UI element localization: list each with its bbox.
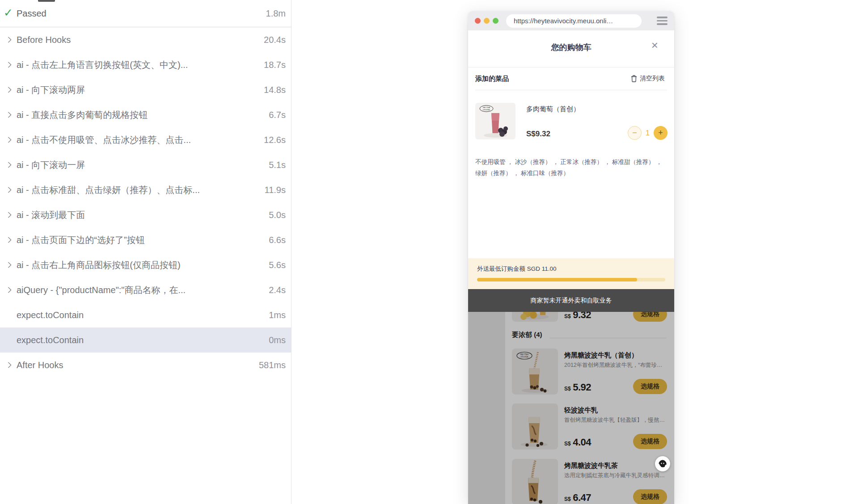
test-status-row[interactable]: ✓ Passed 1.8m bbox=[0, 0, 291, 27]
step-time: 1ms bbox=[269, 310, 286, 320]
step-label: aiQuery - {"productName":"商品名称，在... bbox=[17, 284, 186, 296]
step-label: ai - 点击页面下边的“选好了”按钮 bbox=[17, 234, 145, 246]
step-row-expect[interactable]: expect.toContain 1ms bbox=[0, 302, 291, 328]
step-time: 0ms bbox=[269, 335, 286, 345]
chevron-right-icon bbox=[5, 87, 12, 93]
cart-item-options: 不使用吸管 ， 冰沙（推荐） ， 正常冰（推荐） ， 标准甜（推荐） ， 绿妍（… bbox=[468, 148, 674, 179]
chevron-right-icon bbox=[5, 37, 12, 43]
step-time: 2.4s bbox=[269, 285, 286, 295]
step-row[interactable]: ai - 点击左上角语言切换按钮(英文、中文)... 18.7s bbox=[0, 52, 291, 77]
chevron-right-icon bbox=[5, 112, 12, 118]
chevron-right-icon bbox=[5, 137, 12, 143]
step-label: ai - 点击右上角商品图标按钮(仅商品按钮) bbox=[17, 259, 181, 271]
url-text: https://heyteavivocity.meuu.onli… bbox=[514, 17, 613, 25]
browser-chrome-bar: https://heyteavivocity.meuu.onli… bbox=[468, 11, 674, 30]
background-menu-page: S$ 9.32 选规格 要浓郁 (4) bbox=[468, 312, 674, 504]
svg-text:HEYTEA: HEYTEA bbox=[483, 106, 490, 109]
step-time: 5.0s bbox=[269, 210, 286, 220]
traffic-light-maximize-icon[interactable] bbox=[493, 18, 499, 24]
step-time: 18.7s bbox=[264, 60, 286, 70]
close-icon[interactable]: × bbox=[651, 39, 658, 51]
cart-title: 您的购物车 bbox=[551, 42, 592, 53]
dim-overlay bbox=[468, 312, 674, 504]
notice-text: 商家暂未开通外卖和自取业务 bbox=[531, 297, 612, 305]
cart-item-price: S$9.32 bbox=[526, 130, 550, 139]
step-row[interactable]: ai - 直接点击多肉葡萄的规格按钮 6.7s bbox=[0, 102, 291, 127]
step-label: ai - 点击标准甜、点击绿妍（推荐）、点击标... bbox=[17, 184, 200, 196]
step-time: 12.6s bbox=[264, 135, 286, 145]
cart-item-row: HEYTEA ORIGINAL 多肉葡萄（首创） S$9.32 − 1 + bbox=[468, 90, 674, 148]
quantity-stepper: − 1 + bbox=[628, 126, 668, 140]
merchant-notice-banner: 商家暂未开通外卖和自取业务 bbox=[468, 289, 674, 312]
clear-list-button[interactable]: 清空列表 bbox=[631, 75, 665, 83]
step-label: ai - 向下滚动一屏 bbox=[17, 159, 85, 171]
step-time: 5.1s bbox=[269, 160, 286, 170]
plus-button[interactable]: + bbox=[654, 126, 668, 140]
traffic-light-minimize-icon[interactable] bbox=[484, 18, 490, 24]
cart-section-row: 添加的菜品 清空列表 bbox=[468, 67, 674, 90]
trash-icon bbox=[631, 75, 637, 82]
product-image-grape: HEYTEA ORIGINAL bbox=[475, 103, 515, 139]
test-status-time: 1.8m bbox=[266, 8, 286, 19]
step-row[interactable]: ai - 滚动到最下面 5.0s bbox=[0, 202, 291, 227]
min-order-section: 外送最低订购金额 SGD 11.00 bbox=[468, 258, 674, 289]
added-items-title: 添加的菜品 bbox=[475, 75, 509, 83]
step-time: 11.9s bbox=[265, 185, 286, 195]
step-row[interactable]: ai - 向下滚动两屏 14.8s bbox=[0, 77, 291, 102]
step-time: 14.8s bbox=[264, 85, 286, 95]
test-status-label: Passed bbox=[17, 8, 46, 19]
step-label: ai - 点击左上角语言切换按钮(英文、中文)... bbox=[17, 59, 188, 71]
step-time: 5.6s bbox=[269, 260, 286, 270]
quantity-value: 1 bbox=[642, 129, 654, 138]
step-label: expect.toContain bbox=[17, 335, 84, 345]
step-row-before-hooks[interactable]: Before Hooks 20.4s bbox=[0, 27, 291, 52]
minus-button[interactable]: − bbox=[628, 126, 642, 140]
cart-header: 您的购物车 × bbox=[468, 30, 674, 67]
chevron-right-icon bbox=[5, 237, 12, 243]
customer-service-avatar[interactable] bbox=[655, 456, 670, 471]
step-label: ai - 向下滚动两屏 bbox=[17, 84, 85, 96]
step-label: ai - 滚动到最下面 bbox=[17, 209, 85, 221]
cart-item-name: 多肉葡萄（首创） bbox=[526, 105, 580, 113]
cart-page: 您的购物车 × 添加的菜品 清空列表 bbox=[468, 30, 674, 504]
min-order-progress-track bbox=[477, 278, 665, 281]
address-bar[interactable]: https://heyteavivocity.meuu.onli… bbox=[506, 14, 642, 28]
step-label: expect.toContain bbox=[17, 310, 84, 320]
chevron-right-icon bbox=[5, 162, 12, 168]
step-row[interactable]: ai - 点击标准甜、点击绿妍（推荐）、点击标... 11.9s bbox=[0, 177, 291, 202]
step-label: Before Hooks bbox=[17, 35, 71, 45]
test-report-panel: ✓ Passed 1.8m Before Hooks 20.4s ai - 点击… bbox=[0, 0, 292, 504]
step-time: 20.4s bbox=[264, 35, 286, 45]
chevron-right-icon bbox=[5, 62, 12, 68]
step-label: ai - 直接点击多肉葡萄的规格按钮 bbox=[17, 109, 148, 121]
step-row[interactable]: aiQuery - {"productName":"商品名称，在... 2.4s bbox=[0, 277, 291, 302]
step-row[interactable]: ai - 点击不使用吸管、点击冰沙推荐、点击... 12.6s bbox=[0, 127, 291, 152]
min-order-label: 外送最低订购金额 SGD 11.00 bbox=[477, 265, 665, 273]
step-label: ai - 点击不使用吸管、点击冰沙推荐、点击... bbox=[17, 134, 191, 146]
step-time: 6.6s bbox=[269, 235, 286, 245]
step-row[interactable]: ai - 点击页面下边的“选好了”按钮 6.6s bbox=[0, 227, 291, 252]
clear-list-label: 清空列表 bbox=[640, 75, 665, 83]
chevron-right-icon bbox=[5, 262, 12, 268]
progress-fill bbox=[477, 278, 637, 281]
chevron-right-icon bbox=[5, 287, 12, 293]
step-time: 581ms bbox=[259, 360, 286, 370]
step-label: After Hooks bbox=[17, 360, 63, 370]
traffic-light-close-icon[interactable] bbox=[475, 18, 481, 24]
check-icon: ✓ bbox=[4, 6, 13, 19]
menu-icon[interactable] bbox=[657, 17, 668, 25]
step-row-after-hooks[interactable]: After Hooks 581ms bbox=[0, 353, 291, 378]
step-row[interactable]: ai - 向下滚动一屏 5.1s bbox=[0, 152, 291, 177]
chevron-right-icon bbox=[5, 187, 12, 193]
browser-window: https://heyteavivocity.meuu.onli… 您的购物车 … bbox=[468, 11, 674, 504]
step-row[interactable]: ai - 点击右上角商品图标按钮(仅商品按钮) 5.6s bbox=[0, 252, 291, 277]
chevron-right-icon bbox=[5, 362, 12, 368]
chevron-right-icon bbox=[5, 212, 12, 218]
step-time: 6.7s bbox=[269, 110, 286, 120]
step-row-expect-selected[interactable]: expect.toContain 0ms bbox=[0, 328, 291, 353]
svg-text:ORIGINAL: ORIGINAL bbox=[482, 109, 490, 111]
headset-icon bbox=[657, 458, 668, 469]
